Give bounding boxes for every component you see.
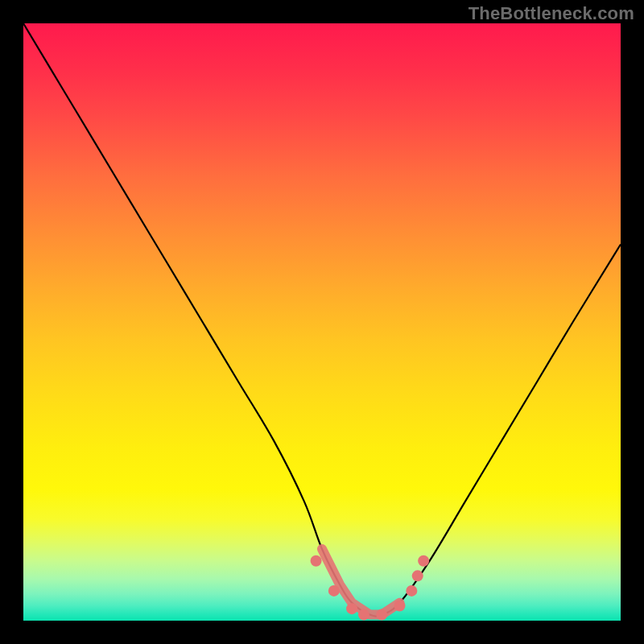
watermark-text: TheBottleneck.com — [469, 3, 634, 24]
curve-markers — [23, 23, 621, 621]
curve-marker — [394, 600, 405, 611]
curve-marker — [418, 555, 429, 567]
plot-area — [23, 23, 621, 621]
curve-highlight — [322, 549, 399, 615]
chart-frame: TheBottleneck.com — [0, 0, 644, 644]
curve-marker — [412, 570, 423, 581]
curve-marker — [311, 555, 322, 567]
curve-marker — [346, 603, 357, 614]
curve-marker — [406, 585, 417, 597]
curve-marker — [376, 609, 387, 621]
curve-marker — [328, 585, 340, 597]
curve-marker — [358, 609, 369, 621]
bottleneck-curve — [23, 23, 621, 621]
